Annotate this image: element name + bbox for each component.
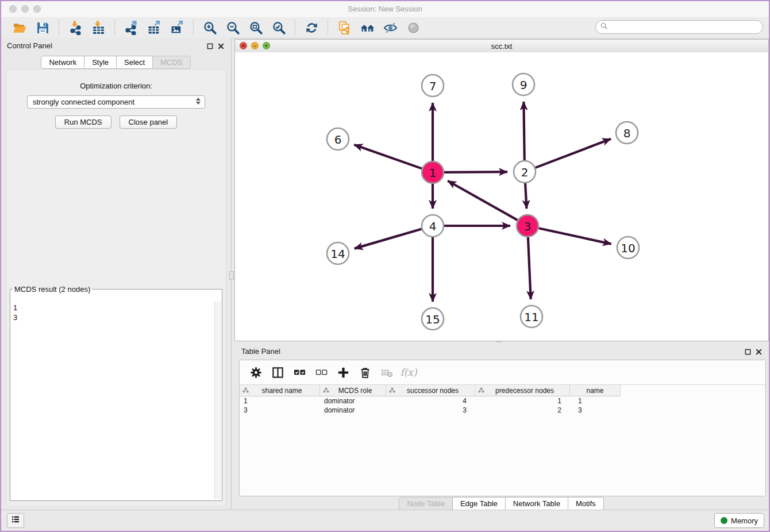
network-canvas[interactable]: 7968124314101511	[235, 52, 768, 341]
graph-edge-3-10[interactable]	[539, 228, 611, 244]
control-panel-title: Control Panel	[7, 41, 52, 50]
graph-edge-2-9[interactable]	[523, 102, 524, 160]
close-panel-icon[interactable]	[217, 42, 225, 50]
graph-edge-3-11[interactable]	[528, 237, 531, 299]
copy-view-icon[interactable]	[336, 19, 353, 36]
column-header-predecessor-nodes[interactable]: predecessor nodes	[475, 385, 570, 396]
close-table-panel-icon[interactable]	[754, 348, 763, 356]
save-session-icon[interactable]	[34, 19, 51, 36]
column-header-MCDS-role[interactable]: MCDS role	[320, 385, 386, 396]
table-cell[interactable]: dominator	[320, 397, 386, 405]
add-column-icon[interactable]	[335, 364, 351, 380]
table-cell[interactable]: 3	[570, 406, 621, 414]
tab-style[interactable]: Style	[84, 56, 117, 69]
column-header-name[interactable]: name	[570, 385, 621, 396]
float-table-panel-icon[interactable]	[744, 348, 752, 356]
network-graph: 7968124314101511	[235, 52, 768, 341]
column-header-label: successor nodes	[399, 387, 475, 395]
tab-mcds[interactable]: MCDS	[152, 56, 190, 69]
hierarchy-icon	[478, 387, 484, 394]
table-header-row: shared nameMCDS rolesuccessor nodesprede…	[240, 384, 765, 396]
refresh-view-icon[interactable]	[303, 19, 320, 36]
tab-select[interactable]: Select	[116, 56, 153, 69]
graph-node-label: 7	[429, 79, 437, 93]
hierarchy-icon	[242, 387, 249, 394]
zoom-selected-icon[interactable]	[270, 19, 287, 36]
column-header-successor-nodes[interactable]: successor nodes	[386, 385, 475, 396]
first-neighbors-icon[interactable]	[359, 19, 376, 36]
graph-node-label: 1	[429, 166, 437, 180]
table-row[interactable]: 1dominator411	[240, 396, 765, 406]
criterion-select[interactable]: strongly connected component	[27, 95, 205, 109]
graph-edge-3-1[interactable]	[448, 181, 517, 220]
window-titlebar: Session: New Session	[1, 1, 769, 18]
split-divider-handle[interactable]	[229, 271, 234, 280]
table-row[interactable]: 3dominator323	[240, 406, 765, 415]
close-panel-button[interactable]: Close panel	[120, 115, 178, 129]
table-cell[interactable]: 3	[386, 406, 475, 414]
run-mcds-button[interactable]: Run MCDS	[55, 115, 111, 129]
table-cell[interactable]: 1	[475, 397, 570, 405]
table-cell[interactable]: 2	[475, 406, 570, 414]
search-icon	[600, 22, 609, 33]
toolbar-separator	[328, 20, 328, 35]
mcds-result-line: 3	[13, 313, 214, 322]
table-panel-tabs: Node TableEdge TableNetwork TableMotifs	[234, 497, 769, 510]
zoom-in-icon[interactable]	[201, 19, 218, 36]
deselect-all-icon[interactable]	[313, 364, 329, 380]
function-builder-icon: f(x)	[401, 364, 417, 380]
tab-motifs[interactable]: Motifs	[568, 497, 604, 510]
graph-node-label: 4	[429, 219, 437, 233]
application-window: Session: New Session Control Panel Netwo…	[0, 0, 770, 532]
export-network-icon[interactable]	[122, 19, 140, 36]
mcds-result-box: MCDS result (2 nodes) 13	[10, 285, 222, 501]
status-bar: Memory	[1, 510, 769, 531]
graph-node-label: 3	[524, 219, 532, 233]
tab-node-table[interactable]: Node Table	[399, 497, 453, 510]
export-image-icon[interactable]	[168, 19, 186, 36]
table-cell[interactable]: 3	[240, 406, 320, 414]
zoom-fit-icon[interactable]	[247, 19, 264, 36]
import-network-icon[interactable]	[67, 19, 84, 36]
table-cell[interactable]: 4	[386, 397, 475, 405]
toolbar-separator	[114, 20, 115, 35]
show-panel-icon	[405, 19, 422, 36]
column-layout-icon[interactable]	[270, 364, 286, 380]
tab-network-table[interactable]: Network Table	[505, 497, 568, 510]
graph-edge-4-14[interactable]	[355, 229, 422, 249]
graph-edge-2-3[interactable]	[525, 183, 526, 209]
search-box[interactable]	[595, 20, 763, 34]
graph-edge-1-6[interactable]	[354, 145, 422, 168]
import-table-icon[interactable]	[90, 19, 107, 36]
result-scrollbar[interactable]	[214, 302, 221, 499]
delete-column-icon[interactable]	[357, 364, 373, 380]
toolbar-separator	[59, 20, 59, 35]
export-table-icon[interactable]	[145, 19, 163, 36]
tab-edge-table[interactable]: Edge Table	[452, 497, 506, 510]
network-window-title: scc.txt	[235, 42, 768, 51]
select-all-icon[interactable]	[291, 364, 307, 380]
search-input[interactable]	[609, 23, 763, 32]
open-file-icon[interactable]	[11, 19, 28, 36]
table-cell[interactable]: 1	[240, 397, 320, 405]
mcds-result-lines: 13	[10, 302, 214, 499]
hierarchy-icon	[323, 387, 329, 394]
hide-panel-icon[interactable]	[382, 19, 399, 36]
control-panel: Control Panel NetworkStyleSelectMCDS Opt…	[1, 38, 232, 511]
tab-network[interactable]: Network	[41, 56, 84, 69]
table-cell[interactable]: 1	[570, 397, 621, 405]
window-title: Session: New Session	[1, 5, 769, 13]
table-cell[interactable]: dominator	[320, 406, 386, 414]
table-settings-icon[interactable]	[248, 364, 264, 380]
graph-edge-2-8[interactable]	[536, 139, 611, 168]
float-panel-icon[interactable]	[206, 42, 214, 50]
column-header-shared-name[interactable]: shared name	[240, 385, 320, 396]
graph-edge-1-2[interactable]	[444, 172, 507, 172]
memory-button[interactable]: Memory	[714, 513, 764, 528]
zoom-out-icon[interactable]	[224, 19, 241, 36]
select-stepper-icon	[196, 98, 201, 105]
toolbar-separator	[295, 20, 295, 35]
task-history-button[interactable]	[7, 513, 24, 528]
column-header-label: name	[570, 387, 620, 395]
column-header-label: MCDS role	[333, 387, 386, 395]
